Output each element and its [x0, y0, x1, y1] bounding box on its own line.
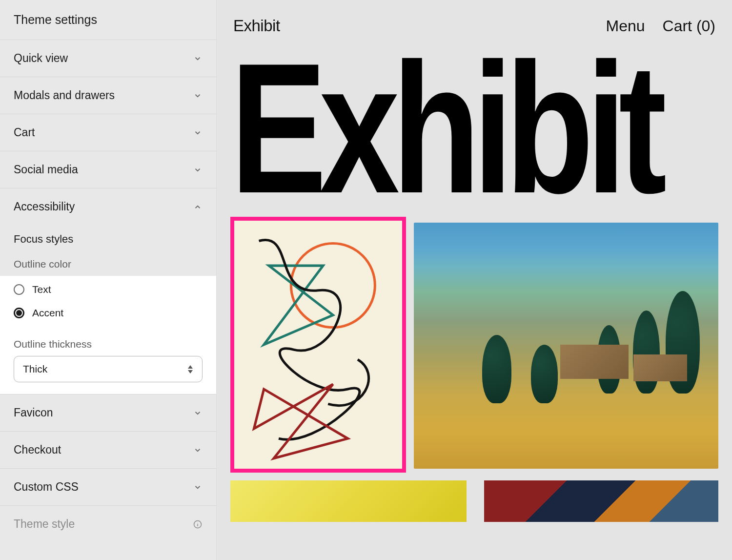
section-quick-view[interactable]: Quick view	[0, 40, 216, 77]
product-thumb[interactable]	[484, 480, 718, 522]
product-gallery	[230, 217, 718, 473]
chevron-down-icon	[193, 128, 203, 138]
section-custom-css[interactable]: Custom CSS	[0, 469, 216, 506]
outline-thickness-select[interactable]: Thick	[14, 356, 203, 382]
chevron-down-icon	[193, 165, 203, 175]
radio-outline-text[interactable]: Text	[0, 278, 216, 301]
abstract-art-icon	[234, 221, 402, 469]
select-value: Thick	[23, 363, 47, 375]
outline-color-label: Outline color	[0, 249, 216, 276]
radio-icon	[14, 308, 24, 318]
chevron-down-icon	[193, 91, 203, 101]
section-label: Cart	[14, 126, 35, 139]
select-stepper-icon	[187, 365, 193, 373]
section-label: Theme style	[14, 518, 75, 531]
radio-label: Text	[32, 284, 51, 295]
section-social-media[interactable]: Social media	[0, 151, 216, 188]
product-card-focused[interactable]	[230, 217, 406, 473]
radio-icon	[14, 284, 24, 295]
radio-label: Accent	[32, 307, 63, 319]
nav-cart[interactable]: Cart (0)	[663, 17, 715, 35]
sidebar-title: Theme settings	[0, 0, 216, 40]
chevron-up-icon	[193, 202, 203, 212]
section-label: Accessibility	[14, 200, 75, 213]
svg-marker-6	[264, 266, 333, 345]
radio-outline-accent[interactable]: Accent	[0, 301, 216, 325]
chevron-down-icon	[193, 445, 203, 455]
section-label: Quick view	[14, 52, 68, 65]
focus-styles-heading: Focus styles	[0, 225, 216, 249]
section-label: Checkout	[14, 443, 61, 456]
section-checkout[interactable]: Checkout	[0, 432, 216, 469]
chevron-down-icon	[193, 54, 203, 63]
hero-title: Exhibit	[230, 47, 611, 210]
accessibility-panel: Focus styles Outline color Text Accent O…	[0, 225, 216, 394]
section-label: Favicon	[14, 406, 53, 419]
section-favicon[interactable]: Favicon	[0, 394, 216, 432]
section-label: Custom CSS	[14, 480, 79, 494]
outline-color-group: Text Accent Outline thickness Thick	[0, 276, 216, 394]
svg-marker-0	[188, 365, 193, 369]
section-label: Social media	[14, 163, 78, 176]
section-accessibility[interactable]: Accessibility	[0, 188, 216, 225]
product-card-painting[interactable]	[414, 223, 718, 469]
gallery-row-2	[230, 480, 718, 522]
section-cart[interactable]: Cart	[0, 114, 216, 151]
chevron-down-icon	[193, 482, 203, 492]
theme-preview: Exhibit Menu Cart (0) Exhibit	[217, 0, 732, 560]
section-modals-drawers[interactable]: Modals and drawers	[0, 77, 216, 114]
product-thumb[interactable]	[230, 480, 467, 522]
info-icon	[193, 519, 203, 529]
section-theme-style[interactable]: Theme style	[0, 506, 216, 542]
settings-sidebar: Theme settings Quick view Modals and dra…	[0, 0, 217, 560]
outline-thickness-label: Outline thickness	[0, 325, 216, 356]
chevron-down-icon	[193, 408, 203, 418]
svg-marker-1	[188, 370, 193, 373]
section-label: Modals and drawers	[14, 89, 115, 102]
